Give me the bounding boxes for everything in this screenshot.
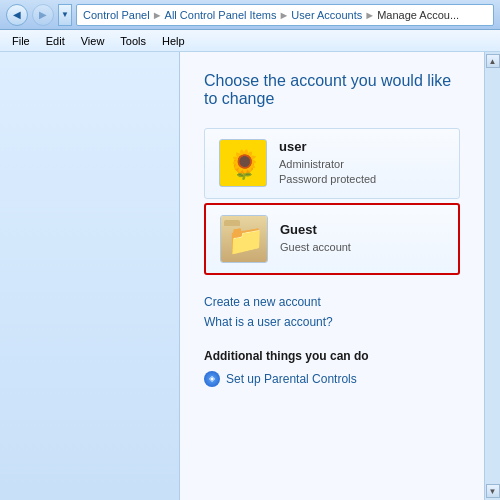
sidebar — [0, 52, 180, 500]
additional-title: Additional things you can do — [204, 349, 460, 363]
links-section: Create a new account What is a user acco… — [204, 295, 460, 329]
menu-file[interactable]: File — [4, 33, 38, 49]
menu-tools[interactable]: Tools — [112, 33, 154, 49]
user-avatar: 🌻 — [219, 139, 267, 187]
guest-desc-line1: Guest account — [280, 240, 444, 255]
sunflower-icon: 🌻 — [220, 140, 267, 187]
forward-button[interactable]: ▶ — [32, 4, 54, 26]
menu-view[interactable]: View — [73, 33, 113, 49]
parental-controls-link[interactable]: ◈ Set up Parental Controls — [204, 371, 460, 387]
account-user[interactable]: 🌻 user Administrator Password protected — [204, 128, 460, 199]
main-area: Choose the account you would like to cha… — [0, 52, 500, 500]
accounts-list: 🌻 user Administrator Password protected … — [204, 128, 460, 275]
sep3: ► — [364, 9, 375, 21]
user-name: user — [279, 139, 445, 154]
create-account-link[interactable]: Create a new account — [204, 295, 460, 309]
nav-dropdown[interactable]: ▼ — [58, 4, 72, 26]
account-guest[interactable]: 📁 Guest Guest account — [204, 203, 460, 275]
title-bar: ◀ ▶ ▼ Control Panel ► All Control Panel … — [0, 0, 500, 30]
guest-avatar: 📁 — [220, 215, 268, 263]
shield-icon: ◈ — [204, 371, 220, 387]
guest-info: Guest Guest account — [280, 222, 444, 255]
scrollbar[interactable]: ▲ ▼ — [484, 52, 500, 500]
back-button[interactable]: ◀ — [6, 4, 28, 26]
page-title: Choose the account you would like to cha… — [204, 72, 460, 108]
guest-name: Guest — [280, 222, 444, 237]
menu-bar: File Edit View Tools Help — [0, 30, 500, 52]
address-bar[interactable]: Control Panel ► All Control Panel Items … — [76, 4, 494, 26]
address-all-items[interactable]: All Control Panel Items — [165, 9, 277, 21]
scroll-up-arrow[interactable]: ▲ — [486, 54, 500, 68]
content-area: Choose the account you would like to cha… — [180, 52, 484, 500]
additional-section: Additional things you can do ◈ Set up Pa… — [204, 349, 460, 387]
user-desc-line1: Administrator — [279, 157, 445, 172]
scroll-down-arrow[interactable]: ▼ — [486, 484, 500, 498]
address-control-panel[interactable]: Control Panel — [83, 9, 150, 21]
address-user-accounts[interactable]: User Accounts — [291, 9, 362, 21]
user-info: user Administrator Password protected — [279, 139, 445, 188]
sep1: ► — [152, 9, 163, 21]
sep2: ► — [278, 9, 289, 21]
menu-edit[interactable]: Edit — [38, 33, 73, 49]
what-is-user-account-link[interactable]: What is a user account? — [204, 315, 460, 329]
user-desc-line2: Password protected — [279, 172, 445, 187]
folder-icon: 📁 — [221, 216, 268, 263]
parental-controls-label: Set up Parental Controls — [226, 372, 357, 386]
address-current: Manage Accou... — [377, 9, 459, 21]
folder-emoji: 📁 — [227, 225, 264, 255]
menu-help[interactable]: Help — [154, 33, 193, 49]
